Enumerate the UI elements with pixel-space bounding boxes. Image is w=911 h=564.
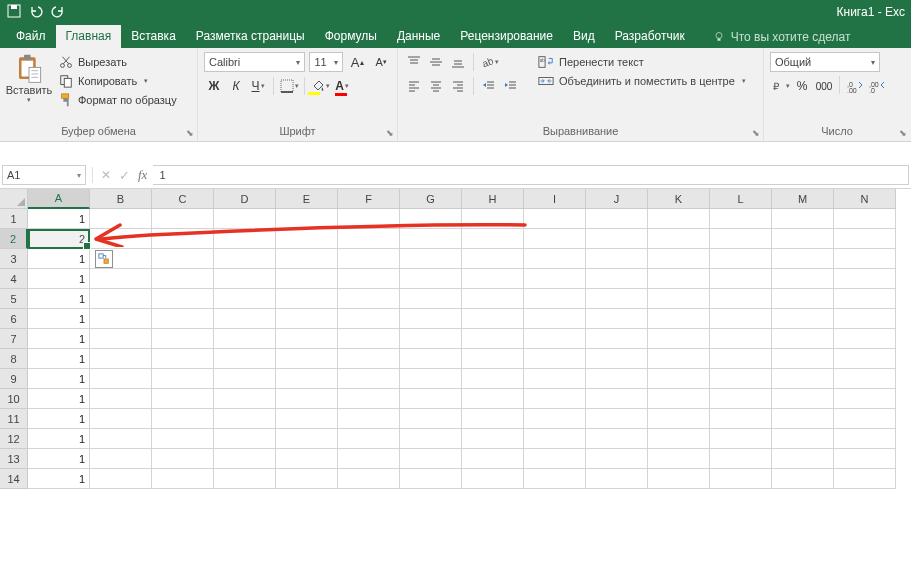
cell-G10[interactable] <box>400 389 462 409</box>
cell-A1[interactable]: 1 <box>28 209 90 229</box>
cell-A10[interactable]: 1 <box>28 389 90 409</box>
cell-I11[interactable] <box>524 409 586 429</box>
cell-H7[interactable] <box>462 329 524 349</box>
cell-G14[interactable] <box>400 469 462 489</box>
cell-A2[interactable]: 2 <box>28 229 90 249</box>
cell-K2[interactable] <box>648 229 710 249</box>
cell-C2[interactable] <box>152 229 214 249</box>
wrap-text-button[interactable]: ab Перенести текст <box>535 54 749 70</box>
cell-C3[interactable] <box>152 249 214 269</box>
cell-H6[interactable] <box>462 309 524 329</box>
cell-M6[interactable] <box>772 309 834 329</box>
cell-N13[interactable] <box>834 449 896 469</box>
cell-C9[interactable] <box>152 369 214 389</box>
cell-F1[interactable] <box>338 209 400 229</box>
tab-insert[interactable]: Вставка <box>121 25 186 48</box>
cell-K3[interactable] <box>648 249 710 269</box>
cell-C14[interactable] <box>152 469 214 489</box>
cell-B6[interactable] <box>90 309 152 329</box>
cell-M1[interactable] <box>772 209 834 229</box>
cell-L2[interactable] <box>710 229 772 249</box>
row-header-7[interactable]: 7 <box>0 329 28 349</box>
cell-F13[interactable] <box>338 449 400 469</box>
cell-J1[interactable] <box>586 209 648 229</box>
comma-format-icon[interactable]: 000 <box>814 76 834 96</box>
cell-J8[interactable] <box>586 349 648 369</box>
tab-file[interactable]: Файл <box>6 25 56 48</box>
cell-F5[interactable] <box>338 289 400 309</box>
cell-E10[interactable] <box>276 389 338 409</box>
cell-E14[interactable] <box>276 469 338 489</box>
cell-D4[interactable] <box>214 269 276 289</box>
merge-center-button[interactable]: Объединить и поместить в центре ▾ <box>535 73 749 89</box>
cell-M13[interactable] <box>772 449 834 469</box>
cell-K10[interactable] <box>648 389 710 409</box>
cell-H14[interactable] <box>462 469 524 489</box>
col-header-L[interactable]: L <box>710 189 772 209</box>
cell-L3[interactable] <box>710 249 772 269</box>
cell-A7[interactable]: 1 <box>28 329 90 349</box>
cell-J12[interactable] <box>586 429 648 449</box>
cell-M12[interactable] <box>772 429 834 449</box>
alignment-launcher-icon[interactable]: ⬊ <box>752 128 760 138</box>
cell-C7[interactable] <box>152 329 214 349</box>
cell-K11[interactable] <box>648 409 710 429</box>
cell-N9[interactable] <box>834 369 896 389</box>
bold-button[interactable]: Ж <box>204 76 224 96</box>
cell-N14[interactable] <box>834 469 896 489</box>
cell-H5[interactable] <box>462 289 524 309</box>
row-header-10[interactable]: 10 <box>0 389 28 409</box>
cell-C6[interactable] <box>152 309 214 329</box>
cell-D7[interactable] <box>214 329 276 349</box>
cell-E12[interactable] <box>276 429 338 449</box>
name-box[interactable]: A1▾ <box>2 165 86 185</box>
cell-F14[interactable] <box>338 469 400 489</box>
cell-H8[interactable] <box>462 349 524 369</box>
cell-L6[interactable] <box>710 309 772 329</box>
cell-J4[interactable] <box>586 269 648 289</box>
font-name-combo[interactable]: Calibri▾ <box>204 52 305 72</box>
cancel-formula-icon[interactable]: ✕ <box>101 168 111 182</box>
cell-G2[interactable] <box>400 229 462 249</box>
cell-J7[interactable] <box>586 329 648 349</box>
cell-N10[interactable] <box>834 389 896 409</box>
row-header-1[interactable]: 1 <box>0 209 28 229</box>
cell-I2[interactable] <box>524 229 586 249</box>
col-header-H[interactable]: H <box>462 189 524 209</box>
cell-K1[interactable] <box>648 209 710 229</box>
cell-L9[interactable] <box>710 369 772 389</box>
tab-home[interactable]: Главная <box>56 25 122 48</box>
align-top-icon[interactable] <box>404 52 424 72</box>
cell-M9[interactable] <box>772 369 834 389</box>
row-header-9[interactable]: 9 <box>0 369 28 389</box>
cell-I4[interactable] <box>524 269 586 289</box>
col-header-I[interactable]: I <box>524 189 586 209</box>
cell-E9[interactable] <box>276 369 338 389</box>
cell-J14[interactable] <box>586 469 648 489</box>
cell-L8[interactable] <box>710 349 772 369</box>
cell-E3[interactable] <box>276 249 338 269</box>
cell-H12[interactable] <box>462 429 524 449</box>
cell-M14[interactable] <box>772 469 834 489</box>
select-all-button[interactable] <box>0 189 28 209</box>
cell-K6[interactable] <box>648 309 710 329</box>
cell-N6[interactable] <box>834 309 896 329</box>
cell-A6[interactable]: 1 <box>28 309 90 329</box>
cell-B10[interactable] <box>90 389 152 409</box>
spreadsheet-grid[interactable]: ABCDEFGHIJKLMN 1234567891011121314 12111… <box>0 189 911 529</box>
cell-N5[interactable] <box>834 289 896 309</box>
decrease-decimal-icon[interactable]: ,00,0 <box>867 76 887 96</box>
cell-L1[interactable] <box>710 209 772 229</box>
row-header-11[interactable]: 11 <box>0 409 28 429</box>
cell-B5[interactable] <box>90 289 152 309</box>
cell-B1[interactable] <box>90 209 152 229</box>
cell-K9[interactable] <box>648 369 710 389</box>
cell-F8[interactable] <box>338 349 400 369</box>
cell-A9[interactable]: 1 <box>28 369 90 389</box>
cell-C4[interactable] <box>152 269 214 289</box>
cell-D14[interactable] <box>214 469 276 489</box>
underline-button[interactable]: Ч <box>248 76 268 96</box>
cell-E1[interactable] <box>276 209 338 229</box>
cell-I1[interactable] <box>524 209 586 229</box>
autofill-options-icon[interactable] <box>95 250 113 268</box>
